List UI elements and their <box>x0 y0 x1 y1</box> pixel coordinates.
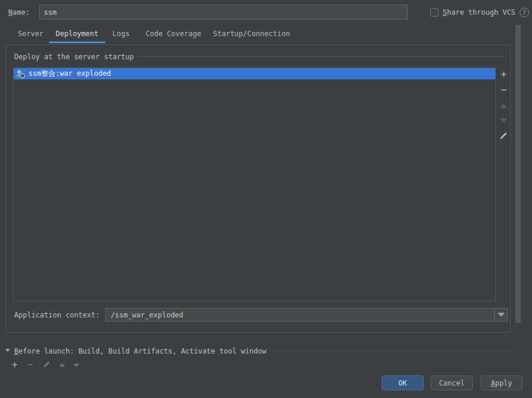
name-label: Name: <box>8 8 30 17</box>
edit-pencil-icon[interactable] <box>499 131 508 140</box>
apply-mnemonic: A <box>491 379 495 387</box>
list-item-label: ssm整合:war exploded <box>28 69 111 79</box>
share-vcs-group: Share through VCS ? <box>430 8 529 17</box>
deploy-group-title: Deploy at the server startup <box>14 53 134 61</box>
help-glyph: ? <box>523 9 526 16</box>
selected-tab-underline <box>49 41 105 43</box>
deploy-artifact-list[interactable]: ssm整合:war exploded <box>13 68 496 301</box>
apply-rest: pply <box>495 379 512 387</box>
run-configuration-dialog: Name: Share through VCS ? Server Deploym… <box>0 0 532 398</box>
cancel-label: Cancel <box>439 379 465 387</box>
tab-code-coverage[interactable]: Code Coverage <box>146 30 201 38</box>
apply-button[interactable]: Apply <box>481 375 523 390</box>
ok-button[interactable]: OK <box>382 375 424 390</box>
before-launch-line <box>271 351 514 351</box>
bl-remove-button[interactable]: − <box>27 359 33 368</box>
before-launch-label: Before launch: Build, Build Artifacts, A… <box>14 347 266 355</box>
tab-startup-connection[interactable]: Startup/Connection <box>213 30 290 38</box>
apply-label: Apply <box>491 379 512 387</box>
move-up-icon[interactable] <box>500 104 507 108</box>
application-context-value: /ssm_war_exploded <box>106 311 494 319</box>
tab-logs[interactable]: Logs <box>112 30 130 38</box>
ok-label: OK <box>398 379 407 387</box>
combobox-dropdown-button[interactable] <box>494 309 507 321</box>
share-vcs-checkbox[interactable] <box>430 8 439 17</box>
bl-move-down-icon[interactable] <box>73 364 79 367</box>
remove-button[interactable]: − <box>499 85 508 95</box>
help-icon[interactable]: ? <box>520 8 529 17</box>
artifact-icon <box>16 69 25 79</box>
bl-add-button[interactable]: + <box>12 359 18 368</box>
dialog-scrollbar[interactable] <box>515 25 521 323</box>
before-launch-collapse-icon[interactable] <box>5 349 10 352</box>
tab-server[interactable]: Server <box>18 30 43 38</box>
deploy-group-title-line <box>138 56 504 57</box>
share-vcs-rest: hare through VCS <box>447 8 515 17</box>
application-context-combobox[interactable]: /ssm_war_exploded <box>105 308 508 322</box>
before-launch-toolbar: + − <box>8 359 150 368</box>
add-button[interactable]: + <box>499 70 508 79</box>
tab-deployment[interactable]: Deployment <box>56 30 98 38</box>
move-down-icon[interactable] <box>500 118 507 123</box>
application-context-label: Application context: <box>14 311 100 319</box>
before-launch-rest: efore launch: Build, Build Artifacts, Ac… <box>18 347 266 355</box>
share-vcs-label: Share through VCS <box>443 8 515 17</box>
chevron-down-icon <box>498 313 505 317</box>
bl-move-up-icon[interactable] <box>59 363 65 367</box>
list-item[interactable]: ssm整合:war exploded <box>14 68 495 79</box>
name-input[interactable] <box>39 5 408 20</box>
name-label-rest: ame: <box>12 8 30 17</box>
bl-edit-pencil-icon[interactable] <box>43 361 50 368</box>
cancel-button[interactable]: Cancel <box>431 375 473 390</box>
